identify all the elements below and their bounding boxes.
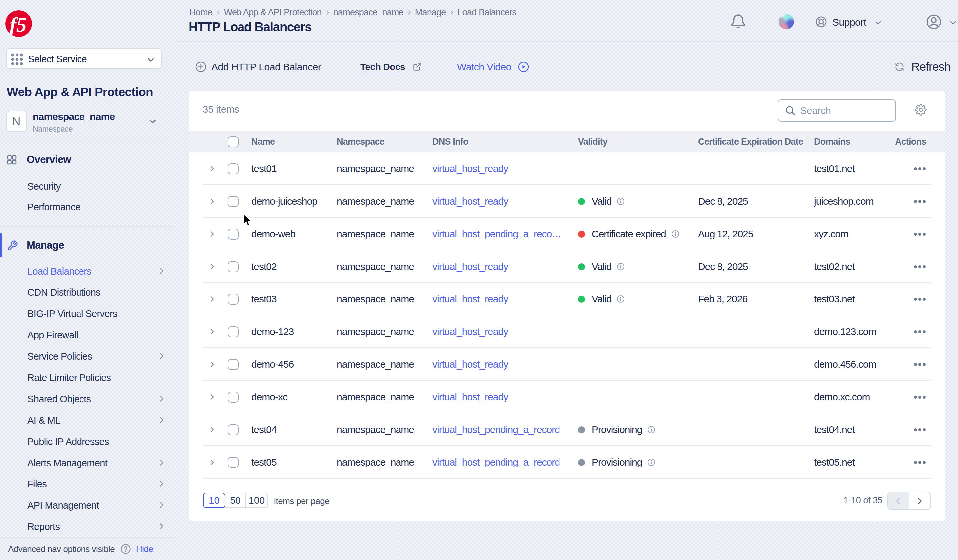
svg-text:f5: f5 [9,13,27,36]
